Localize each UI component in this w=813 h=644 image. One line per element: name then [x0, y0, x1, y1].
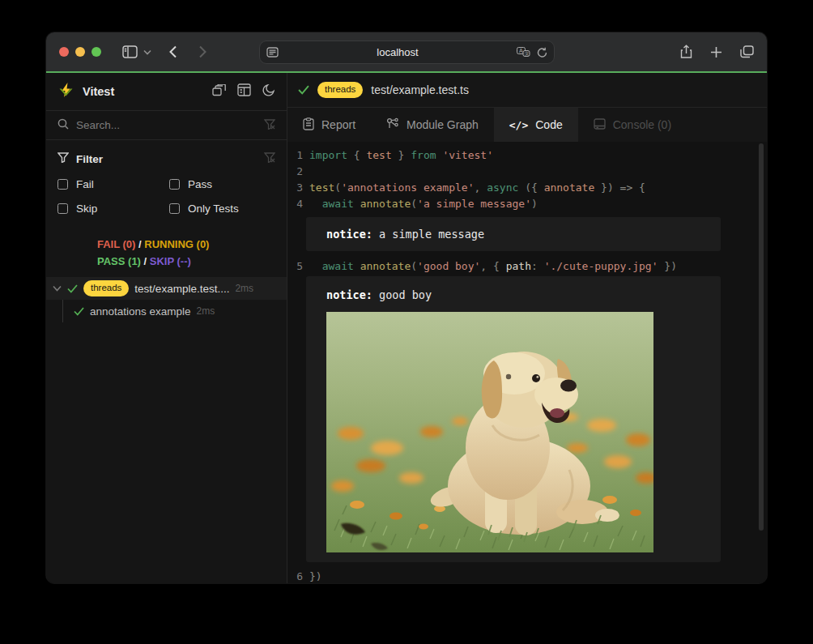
- checkbox-icon[interactable]: [57, 179, 68, 190]
- app-title: Vitest: [83, 85, 204, 98]
- code-line: 6 }): [287, 569, 767, 583]
- search-input[interactable]: [76, 119, 257, 131]
- clear-search-filter-icon[interactable]: [264, 118, 275, 133]
- reader-icon[interactable]: [266, 47, 279, 58]
- open-file-path: test/example.test.ts: [371, 83, 469, 96]
- pass-check-icon: [67, 284, 78, 293]
- search-icon: [57, 118, 69, 133]
- notice-label: notice:: [326, 228, 372, 241]
- skip-count: SKIP (--): [150, 255, 191, 267]
- tab-report[interactable]: Report: [287, 108, 371, 142]
- clear-filter-icon[interactable]: [264, 151, 275, 166]
- editor-scrollbar[interactable]: [759, 143, 764, 531]
- checkbox-icon[interactable]: [57, 203, 68, 214]
- sidebar: Vitest: [46, 73, 287, 583]
- module-graph-icon: [386, 117, 399, 133]
- filter-title: Filter: [76, 153, 257, 165]
- code-line: 1 import { test } from 'vitest': [287, 147, 767, 164]
- chevron-down-icon[interactable]: [53, 285, 62, 292]
- code-line: 5 await annotate('good boy', { path: './…: [287, 258, 767, 275]
- filter-section: Filter Fail Pass: [46, 140, 287, 220]
- code-editor[interactable]: 1 import { test } from 'vitest' 2 3 test…: [287, 142, 767, 583]
- file-header: threads test/example.test.ts: [287, 73, 767, 108]
- test-file-row[interactable]: threads test/example.test.... 2ms: [46, 277, 287, 300]
- browser-window: localhost A文: [46, 32, 767, 583]
- dashboard-icon[interactable]: [237, 83, 251, 100]
- checkbox-icon[interactable]: [169, 203, 180, 214]
- fail-count: FAIL (0): [97, 238, 135, 250]
- annotation-notice: notice: good boy: [306, 276, 721, 562]
- puppy-photo: [326, 312, 653, 552]
- test-case-duration: 2ms: [197, 305, 215, 317]
- summary-line-2: PASS (1) / SKIP (--): [97, 253, 287, 270]
- minimize-window-button[interactable]: [75, 47, 85, 57]
- tab-code[interactable]: </> Code: [494, 108, 578, 142]
- tab-module-graph[interactable]: Module Graph: [371, 108, 494, 142]
- tab-bar: Report Module Graph </> Code Console: [287, 108, 767, 142]
- funnel-icon: [57, 151, 69, 166]
- pass-check-icon: [298, 85, 309, 95]
- collapse-panels-icon[interactable]: [212, 84, 226, 100]
- svg-text:A: A: [519, 48, 523, 53]
- report-icon: [303, 117, 314, 133]
- test-case-row[interactable]: annotations example 2ms: [46, 300, 287, 322]
- filter-checkbox-pass[interactable]: Pass: [169, 178, 275, 190]
- code-icon: </>: [509, 119, 528, 131]
- translate-icon[interactable]: A文: [517, 47, 530, 58]
- test-tree: threads test/example.test.... 2ms annota…: [46, 277, 287, 322]
- pool-badge: threads: [317, 82, 363, 98]
- address-bar[interactable]: localhost A文: [259, 41, 555, 64]
- test-summary: FAIL (0) / RUNNING (0) PASS (1) / SKIP (…: [46, 236, 287, 270]
- filter-checkbox-fail[interactable]: Fail: [57, 178, 169, 190]
- traffic-lights: [59, 47, 101, 57]
- reload-icon[interactable]: [537, 47, 547, 58]
- console-icon: [594, 118, 606, 132]
- share-icon[interactable]: [680, 45, 692, 59]
- tab-console[interactable]: Console (0): [578, 108, 687, 142]
- code-line: 4 await annotate('a simple message'): [287, 196, 767, 212]
- back-button[interactable]: [169, 45, 177, 58]
- zoom-window-button[interactable]: [92, 47, 101, 57]
- test-case-name: annotations example: [90, 305, 191, 318]
- checkbox-icon[interactable]: [169, 179, 180, 190]
- forward-button[interactable]: [198, 45, 206, 58]
- notice-label: notice:: [326, 288, 372, 301]
- filter-checkbox-skip[interactable]: Skip: [57, 203, 169, 215]
- browser-toolbar: localhost A文: [46, 32, 767, 71]
- close-window-button[interactable]: [59, 47, 69, 57]
- notice-message: a simple message: [379, 228, 484, 241]
- pass-count: PASS (1): [97, 255, 141, 267]
- new-tab-icon[interactable]: [710, 46, 722, 58]
- pass-check-icon: [74, 307, 84, 316]
- code-line: 3 test('annotations example', async ({ a…: [287, 180, 767, 196]
- chevron-down-icon[interactable]: [143, 49, 151, 55]
- sidebar-toggle-icon[interactable]: [122, 45, 138, 58]
- main-panel: threads test/example.test.ts Report Modu…: [287, 73, 767, 583]
- pool-badge: threads: [83, 280, 129, 296]
- code-line: 2: [287, 164, 767, 180]
- indent-guide: [62, 300, 63, 322]
- test-file-duration: 2ms: [235, 283, 253, 294]
- svg-text:文: 文: [525, 51, 530, 56]
- notice-message: good boy: [379, 288, 432, 301]
- summary-line-1: FAIL (0) / RUNNING (0): [97, 236, 287, 253]
- tab-overview-icon[interactable]: [740, 45, 754, 58]
- annotation-notice: notice: a simple message: [306, 217, 721, 251]
- filter-checkbox-only-tests[interactable]: Only Tests: [169, 203, 275, 215]
- running-count: RUNNING (0): [144, 238, 209, 250]
- vitest-logo-icon: [57, 82, 74, 102]
- test-file-name: test/example.test....: [134, 283, 229, 295]
- dark-mode-moon-icon[interactable]: [262, 83, 275, 100]
- url-text[interactable]: localhost: [279, 46, 517, 58]
